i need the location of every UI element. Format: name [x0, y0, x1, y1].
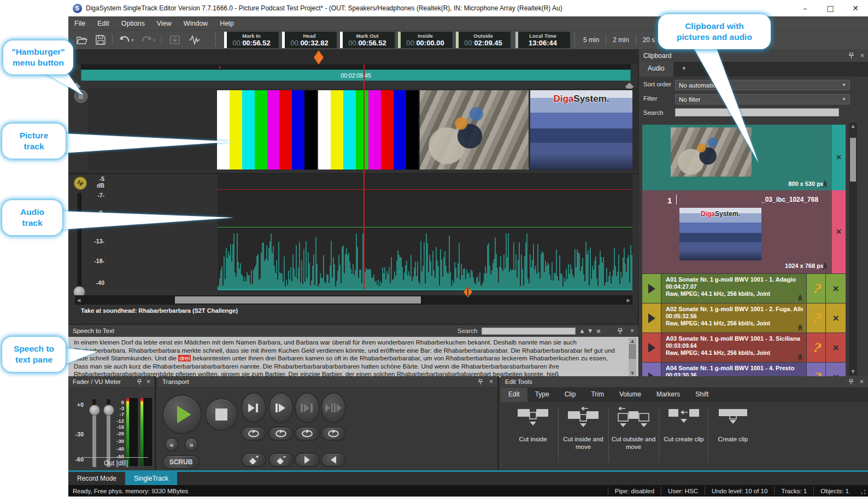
filter-dropdown[interactable]: No filter▼: [675, 94, 850, 104]
tool-create-clip[interactable]: Create clip: [709, 407, 757, 443]
expand-icon[interactable]: ≪: [797, 354, 805, 361]
menu-edit[interactable]: Edit: [91, 17, 115, 30]
clipboard-audio-item[interactable]: A01 Sonate Nr. 1 g-moll BWV 1001 - 1. Ad…: [642, 274, 846, 303]
timecode-head[interactable]: Head 00:00:32.82: [282, 32, 337, 48]
playhead-line[interactable]: [363, 65, 365, 290]
tool-cut-inside-and-move[interactable]: Cut inside and move: [559, 407, 607, 451]
play-from-mark-button[interactable]: [268, 393, 294, 423]
timecode-mark-out[interactable]: Mark Out 00:00:56.52: [340, 32, 395, 48]
close-panel-icon[interactable]: ×: [860, 52, 864, 60]
audio-track[interactable]: -5 dB -7- -9- -13- -18- -40: [68, 173, 638, 290]
loop-button-2[interactable]: [268, 427, 294, 441]
play-button[interactable]: [642, 363, 661, 376]
remove-item-button[interactable]: ×: [832, 125, 846, 190]
remove-item-button[interactable]: ×: [826, 363, 846, 376]
undo-button[interactable]: ▼: [118, 33, 136, 47]
timeline-duration-bar[interactable]: 00:02:09.45: [81, 69, 631, 81]
prelisten-button[interactable]: ?: [807, 333, 825, 362]
remove-item-button[interactable]: ×: [826, 274, 846, 303]
scrub-button[interactable]: SCRUB: [162, 455, 200, 469]
import-button[interactable]: [168, 33, 182, 47]
remove-marker-button[interactable]: [268, 453, 294, 467]
scroll-down-icon[interactable]: ▼: [629, 371, 636, 376]
tab-singletrack[interactable]: SingleTrack: [125, 472, 177, 485]
menu-file[interactable]: File: [68, 17, 91, 30]
zoom-preset-2min[interactable]: 2 min: [606, 36, 635, 44]
expand-icon[interactable]: ≪: [797, 324, 805, 331]
minimize-button[interactable]: –: [793, 0, 818, 16]
tab-add[interactable]: +: [673, 62, 695, 77]
fader-left-knob[interactable]: [89, 405, 100, 416]
picture-thumbnail-digasystem[interactable]: DigaSystem.: [679, 208, 761, 260]
menu-help[interactable]: Help: [214, 17, 240, 30]
expand-icon[interactable]: ≪: [822, 180, 830, 188]
prelisten-button[interactable]: ?: [807, 363, 825, 376]
close-panel-icon[interactable]: ×: [630, 327, 634, 335]
tab-audio[interactable]: Audio: [639, 62, 673, 77]
clipboard-audio-item[interactable]: A03 Sonate Nr. 1 g-moll BWV 1001 - 3. Si…: [642, 333, 846, 362]
pin-icon[interactable]: [618, 328, 623, 334]
pin-icon[interactable]: [849, 52, 854, 59]
soundhead-marker[interactable]: [464, 287, 472, 297]
audio-object[interactable]: [218, 174, 632, 291]
prev-marker-button[interactable]: [321, 453, 346, 467]
menu-options[interactable]: Options: [115, 17, 151, 30]
loop-button-4[interactable]: [321, 427, 346, 441]
clipboard-audio-item[interactable]: A02 Sonate Nr. 1 g-moll BWV 1001 - 2. Fu…: [642, 303, 846, 332]
speech-scrollbar[interactable]: ▲ ▼: [629, 338, 636, 376]
clipboard-search-input[interactable]: [675, 108, 839, 116]
clipboard-audio-item[interactable]: A04 Sonate Nr. 1 g-moll BWV 1001 - 4. Pr…: [642, 363, 846, 376]
tab-clip[interactable]: Clip: [557, 388, 584, 402]
search-clear-icon[interactable]: ×: [596, 327, 601, 335]
zoom-preset-20s[interactable]: 20 s: [636, 36, 662, 44]
menu-window[interactable]: Window: [178, 17, 214, 30]
prelisten-button[interactable]: ?: [807, 274, 825, 303]
tab-record-mode[interactable]: Record Mode: [68, 472, 125, 485]
rewind-button[interactable]: «: [165, 437, 179, 452]
scroll-left-icon[interactable]: ◀: [75, 297, 83, 303]
close-panel-icon[interactable]: ×: [146, 378, 150, 386]
play-to-mark-button[interactable]: [241, 393, 266, 423]
horizontal-scrollbar[interactable]: ◀ ▶: [75, 295, 632, 305]
open-button[interactable]: [75, 33, 89, 47]
tab-shift[interactable]: Shift: [688, 388, 716, 402]
prelisten-button[interactable]: ?: [807, 303, 825, 332]
timecode-local-time[interactable]: Local Time 13:06:44: [515, 32, 570, 48]
clipboard-picture-item[interactable]: 800 x 530 px ≪ ×: [642, 125, 846, 190]
play-button[interactable]: [642, 303, 661, 332]
play-button[interactable]: [162, 395, 202, 434]
search-next-icon[interactable]: ▼: [588, 328, 592, 334]
clipboard-scrollbar[interactable]: ▲ ▼: [849, 122, 857, 375]
play-button[interactable]: [642, 274, 661, 303]
tool-cut-create-clip[interactable]: Cut create clip: [660, 407, 708, 443]
record-waveform-button[interactable]: [187, 33, 202, 47]
remove-item-button[interactable]: ×: [826, 333, 846, 362]
speech-text-area[interactable]: In einem kleinen Dorf da lebte einst ein…: [68, 337, 638, 377]
timecode-mark-in[interactable]: Mark In 00:00:56.52: [224, 32, 279, 48]
close-button[interactable]: ✕: [843, 0, 868, 16]
expand-icon[interactable]: ≪: [797, 295, 805, 302]
clipboard-picture-item[interactable]: 1 _03_ibc_1024_768 DigaSystem. 1024 x 76…: [642, 190, 846, 273]
loop-button-3[interactable]: [295, 427, 320, 441]
tab-volume[interactable]: Volume: [612, 388, 649, 402]
speech-search-input[interactable]: [482, 328, 576, 335]
menu-view[interactable]: View: [151, 17, 178, 30]
timeline-clip-strip[interactable]: [81, 65, 631, 69]
play-between-marks-button[interactable]: [295, 393, 320, 423]
playhead-marker-icon[interactable]: [314, 50, 324, 65]
track-gain-fader[interactable]: [78, 193, 81, 290]
scroll-up-icon[interactable]: ▲: [629, 338, 636, 343]
stop-button[interactable]: [205, 398, 238, 431]
zoom-preset-5min[interactable]: 5 min: [577, 36, 606, 44]
remove-item-button[interactable]: ×: [832, 190, 846, 273]
scroll-right-icon[interactable]: ▶: [625, 297, 632, 303]
hamburger-menu-button[interactable]: ☰: [74, 90, 87, 103]
expand-icon[interactable]: ≪: [822, 262, 830, 270]
timeline-overview[interactable]: [68, 49, 638, 65]
search-prev-icon[interactable]: ▲: [580, 328, 584, 334]
picture-clip-colorbars-1[interactable]: [217, 90, 317, 170]
loop-button-1[interactable]: [241, 427, 266, 441]
picture-thumbnail-lizard[interactable]: [671, 127, 752, 177]
audio-track-icon[interactable]: [74, 177, 87, 190]
play-button[interactable]: [642, 333, 661, 362]
